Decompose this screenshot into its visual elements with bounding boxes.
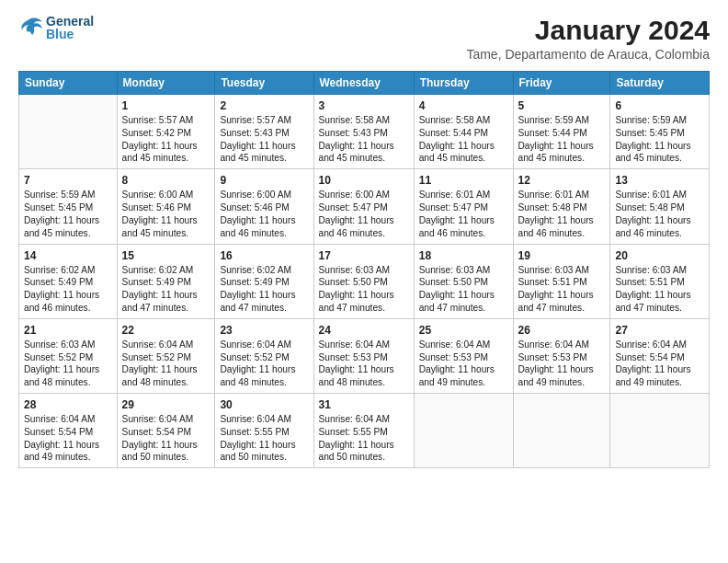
- day-info: Sunrise: 5:59 AM Sunset: 5:44 PM Dayligh…: [518, 114, 606, 165]
- day-info: Sunrise: 5:59 AM Sunset: 5:45 PM Dayligh…: [615, 114, 704, 165]
- calendar-cell: 19Sunrise: 6:03 AM Sunset: 5:51 PM Dayli…: [513, 244, 610, 318]
- calendar-week-row-2: 14Sunrise: 6:02 AM Sunset: 5:49 PM Dayli…: [19, 244, 710, 318]
- day-number: 27: [615, 323, 704, 338]
- logo-blue-text: Blue: [46, 28, 94, 40]
- calendar-cell: 27Sunrise: 6:04 AM Sunset: 5:54 PM Dayli…: [610, 318, 710, 393]
- day-number: 31: [319, 397, 409, 412]
- day-number: 5: [518, 98, 606, 113]
- calendar-week-row-1: 7Sunrise: 5:59 AM Sunset: 5:45 PM Daylig…: [19, 169, 710, 244]
- day-info: Sunrise: 6:03 AM Sunset: 5:51 PM Dayligh…: [518, 264, 606, 315]
- day-info: Sunrise: 6:02 AM Sunset: 5:49 PM Dayligh…: [122, 264, 210, 315]
- day-number: 25: [419, 323, 508, 338]
- col-friday: Friday: [513, 72, 610, 95]
- calendar-cell: 24Sunrise: 6:04 AM Sunset: 5:53 PM Dayli…: [313, 318, 414, 393]
- calendar-cell: 12Sunrise: 6:01 AM Sunset: 5:48 PM Dayli…: [513, 169, 610, 244]
- day-number: 18: [419, 248, 508, 263]
- calendar-title: January 2024: [466, 15, 710, 45]
- logo-text: General Blue: [46, 15, 94, 40]
- calendar-header-row: Sunday Monday Tuesday Wednesday Thursday…: [19, 72, 710, 95]
- calendar-cell: 18Sunrise: 6:03 AM Sunset: 5:50 PM Dayli…: [414, 244, 513, 318]
- col-wednesday: Wednesday: [313, 72, 414, 95]
- col-sunday: Sunday: [19, 72, 118, 95]
- calendar-cell: 16Sunrise: 6:02 AM Sunset: 5:49 PM Dayli…: [215, 244, 313, 318]
- calendar-week-row-4: 28Sunrise: 6:04 AM Sunset: 5:54 PM Dayli…: [19, 394, 710, 468]
- day-info: Sunrise: 6:03 AM Sunset: 5:50 PM Dayligh…: [319, 264, 409, 315]
- day-info: Sunrise: 6:03 AM Sunset: 5:52 PM Dayligh…: [24, 339, 112, 389]
- col-tuesday: Tuesday: [215, 72, 313, 95]
- day-number: 13: [615, 173, 704, 188]
- calendar-week-row-3: 21Sunrise: 6:03 AM Sunset: 5:52 PM Dayli…: [19, 318, 710, 393]
- calendar-cell: 9Sunrise: 6:00 AM Sunset: 5:46 PM Daylig…: [215, 169, 313, 244]
- day-number: 17: [319, 248, 409, 263]
- calendar-cell: [513, 394, 610, 468]
- day-info: Sunrise: 6:04 AM Sunset: 5:54 PM Dayligh…: [24, 413, 112, 464]
- day-number: 14: [24, 248, 112, 263]
- day-info: Sunrise: 6:04 AM Sunset: 5:54 PM Dayligh…: [122, 413, 210, 464]
- day-info: Sunrise: 5:58 AM Sunset: 5:44 PM Dayligh…: [419, 114, 508, 165]
- calendar-cell: 31Sunrise: 6:04 AM Sunset: 5:55 PM Dayli…: [313, 394, 414, 468]
- calendar-subtitle: Tame, Departamento de Arauca, Colombia: [466, 47, 710, 62]
- logo: General Blue: [18, 15, 94, 40]
- day-number: 23: [220, 323, 308, 338]
- calendar-cell: 29Sunrise: 6:04 AM Sunset: 5:54 PM Dayli…: [117, 394, 215, 468]
- calendar-cell: 13Sunrise: 6:01 AM Sunset: 5:48 PM Dayli…: [610, 169, 710, 244]
- col-monday: Monday: [117, 72, 215, 95]
- day-number: 9: [220, 173, 308, 188]
- calendar-week-row-0: 1Sunrise: 5:57 AM Sunset: 5:42 PM Daylig…: [19, 95, 710, 169]
- calendar-cell: 1Sunrise: 5:57 AM Sunset: 5:42 PM Daylig…: [117, 95, 215, 169]
- day-number: 10: [319, 173, 409, 188]
- day-number: 6: [615, 98, 704, 113]
- day-info: Sunrise: 5:57 AM Sunset: 5:43 PM Dayligh…: [220, 114, 308, 165]
- logo-general-text: General: [46, 15, 94, 28]
- day-info: Sunrise: 6:01 AM Sunset: 5:47 PM Dayligh…: [419, 189, 508, 239]
- calendar-cell: 23Sunrise: 6:04 AM Sunset: 5:52 PM Dayli…: [215, 318, 313, 393]
- day-info: Sunrise: 6:02 AM Sunset: 5:49 PM Dayligh…: [24, 264, 112, 315]
- day-number: 21: [24, 323, 112, 338]
- day-info: Sunrise: 6:01 AM Sunset: 5:48 PM Dayligh…: [615, 189, 704, 239]
- calendar-cell: 25Sunrise: 6:04 AM Sunset: 5:53 PM Dayli…: [414, 318, 513, 393]
- calendar-cell: 30Sunrise: 6:04 AM Sunset: 5:55 PM Dayli…: [215, 394, 313, 468]
- day-number: 24: [319, 323, 409, 338]
- day-number: 30: [220, 397, 308, 412]
- calendar-cell: 22Sunrise: 6:04 AM Sunset: 5:52 PM Dayli…: [117, 318, 215, 393]
- day-info: Sunrise: 6:04 AM Sunset: 5:52 PM Dayligh…: [122, 339, 210, 389]
- logo-bird-icon: [18, 17, 44, 39]
- day-info: Sunrise: 6:01 AM Sunset: 5:48 PM Dayligh…: [518, 189, 606, 239]
- day-number: 4: [419, 98, 508, 113]
- day-info: Sunrise: 6:04 AM Sunset: 5:55 PM Dayligh…: [319, 413, 409, 464]
- calendar-cell: 7Sunrise: 5:59 AM Sunset: 5:45 PM Daylig…: [19, 169, 118, 244]
- day-number: 20: [615, 248, 704, 263]
- day-number: 16: [220, 248, 308, 263]
- day-number: 1: [122, 98, 210, 113]
- day-number: 2: [220, 98, 308, 113]
- day-info: Sunrise: 6:00 AM Sunset: 5:47 PM Dayligh…: [319, 189, 409, 239]
- day-info: Sunrise: 6:03 AM Sunset: 5:51 PM Dayligh…: [615, 264, 704, 315]
- day-info: Sunrise: 6:04 AM Sunset: 5:54 PM Dayligh…: [615, 339, 704, 389]
- day-number: 15: [122, 248, 210, 263]
- day-info: Sunrise: 6:04 AM Sunset: 5:53 PM Dayligh…: [419, 339, 508, 389]
- calendar-cell: 10Sunrise: 6:00 AM Sunset: 5:47 PM Dayli…: [313, 169, 414, 244]
- calendar-cell: 14Sunrise: 6:02 AM Sunset: 5:49 PM Dayli…: [19, 244, 118, 318]
- day-info: Sunrise: 5:59 AM Sunset: 5:45 PM Dayligh…: [24, 189, 112, 239]
- day-number: 28: [24, 397, 112, 412]
- day-info: Sunrise: 6:03 AM Sunset: 5:50 PM Dayligh…: [419, 264, 508, 315]
- title-block: January 2024 Tame, Departamento de Arauc…: [466, 15, 710, 62]
- day-info: Sunrise: 5:58 AM Sunset: 5:43 PM Dayligh…: [319, 114, 409, 165]
- day-number: 11: [419, 173, 508, 188]
- day-number: 22: [122, 323, 210, 338]
- calendar-cell: 3Sunrise: 5:58 AM Sunset: 5:43 PM Daylig…: [313, 95, 414, 169]
- day-number: 7: [24, 173, 112, 188]
- calendar-cell: [610, 394, 710, 468]
- calendar-cell: 26Sunrise: 6:04 AM Sunset: 5:53 PM Dayli…: [513, 318, 610, 393]
- day-number: 19: [518, 248, 606, 263]
- page-header: General Blue January 2024 Tame, Departam…: [18, 15, 710, 62]
- day-info: Sunrise: 6:04 AM Sunset: 5:52 PM Dayligh…: [220, 339, 308, 389]
- calendar-table: Sunday Monday Tuesday Wednesday Thursday…: [18, 71, 710, 468]
- calendar-cell: 4Sunrise: 5:58 AM Sunset: 5:44 PM Daylig…: [414, 95, 513, 169]
- day-number: 12: [518, 173, 606, 188]
- calendar-cell: 2Sunrise: 5:57 AM Sunset: 5:43 PM Daylig…: [215, 95, 313, 169]
- day-number: 29: [122, 397, 210, 412]
- calendar-cell: 17Sunrise: 6:03 AM Sunset: 5:50 PM Dayli…: [313, 244, 414, 318]
- calendar-cell: 6Sunrise: 5:59 AM Sunset: 5:45 PM Daylig…: [610, 95, 710, 169]
- calendar-cell: 11Sunrise: 6:01 AM Sunset: 5:47 PM Dayli…: [414, 169, 513, 244]
